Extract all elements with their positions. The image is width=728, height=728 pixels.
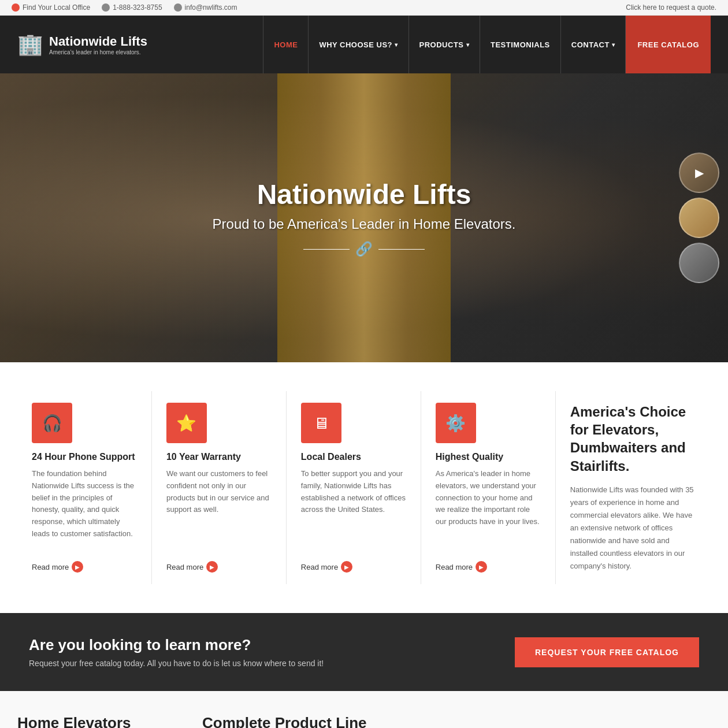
phone-icon — [102, 3, 110, 12]
cta-text: Are you looking to learn more? Request y… — [29, 636, 324, 668]
nav-why-choose-us[interactable]: WHY CHOOSE US? ▾ — [309, 16, 408, 73]
cta-banner: Are you looking to learn more? Request y… — [0, 613, 728, 691]
nav-products[interactable]: PRODUCTS ▾ — [409, 16, 480, 73]
hero-title: Nationwide Lifts — [213, 179, 516, 210]
link-icon: 🔗 — [355, 241, 373, 257]
phone-item: 1-888-323-8755 — [102, 3, 162, 12]
read-more-label: Read more — [32, 563, 69, 571]
location-icon — [12, 3, 20, 12]
home-elevators-section: Home Elevators − Freedom Green Freedom G… — [17, 714, 179, 728]
logo[interactable]: 🏢 Nationwide Lifts America's leader in h… — [17, 34, 147, 55]
hero-thumbnails — [679, 153, 719, 283]
brand-name: Nationwide Lifts — [49, 34, 147, 49]
feature-desc-warranty: We want our customers to feel confident … — [166, 468, 272, 552]
navigation: 🏢 Nationwide Lifts America's leader in h… — [0, 16, 728, 73]
feature-title-dealers: Local Dealers — [301, 452, 361, 462]
complete-product-title: Complete Product Line — [202, 714, 711, 728]
read-more-dealers[interactable]: Read more ▶ — [301, 561, 352, 573]
promo-desc: Nationwide Lifts was founded with 35 yea… — [570, 484, 696, 573]
feature-phone-support: 🎧 24 Hour Phone Support The foundation b… — [17, 391, 152, 584]
complete-product-section: Complete Product Line — [202, 714, 711, 728]
feature-promo: America's Choice for Elevators, Dumbwait… — [556, 391, 711, 584]
read-more-label: Read more — [166, 563, 203, 571]
home-elevators-title: Home Elevators — [17, 714, 179, 728]
feature-title-warranty: 10 Year Warranty — [166, 452, 241, 462]
local-office-link[interactable]: Find Your Local Office — [12, 3, 90, 12]
arrow-circle-icon: ▶ — [476, 561, 487, 573]
request-catalog-button[interactable]: REQUEST YOUR FREE CATALOG — [515, 637, 699, 667]
phone-number: 1-888-323-8755 — [113, 3, 162, 12]
nav-links: HOME WHY CHOOSE US? ▾ PRODUCTS ▾ TESTIMO… — [263, 16, 711, 73]
chevron-down-icon: ▾ — [612, 42, 615, 48]
read-more-label: Read more — [436, 563, 473, 571]
nav-free-catalog[interactable]: FREE CATALOG — [626, 16, 711, 73]
hero-section: Nationwide Lifts Proud to be America's L… — [0, 73, 728, 362]
monitor-icon: 🖥 — [301, 403, 341, 443]
promo-title: America's Choice for Elevators, Dumbwait… — [570, 403, 696, 475]
email-item: info@nwlifts.com — [174, 3, 237, 12]
email-icon — [174, 3, 182, 12]
nav-testimonials[interactable]: TESTIMONIALS — [480, 16, 561, 73]
chevron-down-icon: ▾ — [395, 42, 398, 48]
gear-icon: ⚙️ — [436, 403, 476, 443]
headset-icon: 🎧 — [32, 403, 72, 443]
feature-desc-quality: As America's leader in home elevators, w… — [436, 468, 541, 552]
feature-warranty: ⭐ 10 Year Warranty We want our customers… — [152, 391, 287, 584]
hero-divider: 🔗 — [213, 241, 516, 257]
logo-tagline: America's leader in home elevators. — [49, 49, 147, 55]
chevron-down-icon: ▾ — [466, 42, 470, 48]
arrow-circle-icon: ▶ — [72, 561, 83, 573]
read-more-warranty[interactable]: Read more ▶ — [166, 561, 218, 573]
quote-link[interactable]: Click here to request a quote. — [626, 3, 716, 12]
image-thumbnail-3[interactable] — [679, 243, 719, 283]
video-thumbnail[interactable] — [679, 153, 719, 193]
feature-quality: ⚙️ Highest Quality As America's leader i… — [421, 391, 556, 584]
cta-title: Are you looking to learn more? — [29, 636, 324, 654]
feature-title-quality: Highest Quality — [436, 452, 503, 462]
feature-dealers: 🖥 Local Dealers To better support you an… — [287, 391, 421, 584]
feature-desc-dealers: To better support you and your family, N… — [301, 468, 406, 552]
read-more-label: Read more — [301, 563, 338, 571]
bottom-section: Home Elevators − Freedom Green Freedom G… — [0, 691, 728, 728]
features-section: 🎧 24 Hour Phone Support The foundation b… — [0, 362, 728, 613]
nav-contact[interactable]: CONTACT ▾ — [561, 16, 626, 73]
local-office-label: Find Your Local Office — [23, 3, 90, 12]
top-bar: Find Your Local Office 1-888-323-8755 in… — [0, 0, 728, 16]
read-more-phone[interactable]: Read more ▶ — [32, 561, 83, 573]
hero-subtitle: Proud to be America's Leader in Home Ele… — [213, 216, 516, 232]
cta-subtitle: Request your free catalog today. All you… — [29, 659, 324, 668]
read-more-quality[interactable]: Read more ▶ — [436, 561, 487, 573]
hero-content: Nationwide Lifts Proud to be America's L… — [213, 179, 516, 257]
star-icon: ⭐ — [166, 403, 207, 443]
arrow-circle-icon: ▶ — [341, 561, 352, 573]
feature-title-phone: 24 Hour Phone Support — [32, 452, 135, 462]
image-thumbnail-2[interactable] — [679, 198, 719, 238]
feature-desc-phone: The foundation behind Nationwide Lifts s… — [32, 468, 137, 552]
nav-home[interactable]: HOME — [263, 16, 309, 73]
email-address: info@nwlifts.com — [185, 3, 237, 12]
arrow-circle-icon: ▶ — [206, 561, 218, 573]
